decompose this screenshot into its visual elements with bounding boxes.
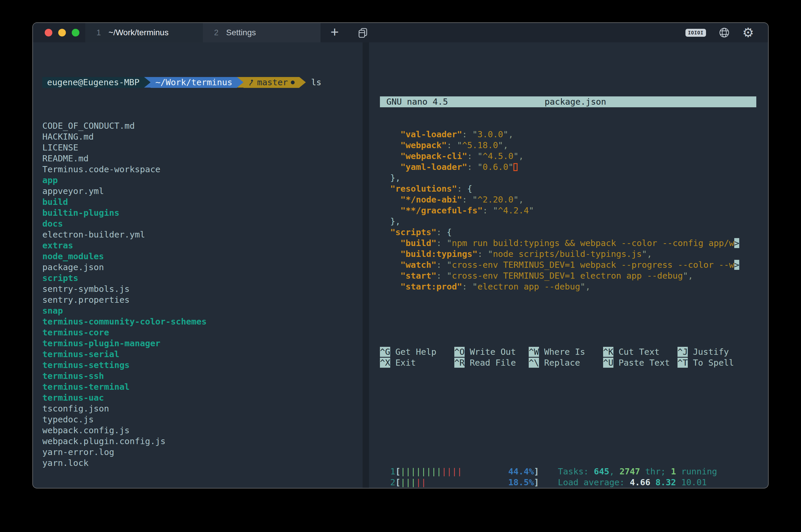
settings-gear-icon[interactable]: ⚙: [743, 26, 754, 39]
nano-line: "**/graceful-fs": "^4.2.4": [380, 205, 756, 216]
nano-shortcut-key: ^X: [380, 358, 390, 368]
nano-shortcut: ^O Write Out: [454, 346, 529, 357]
nano-shortcut-key: ^U: [603, 358, 613, 368]
tab-title: ~/Work/terminus: [109, 28, 168, 37]
htop-meter-line: 1[|||||||||||| 44.4%]: [380, 466, 539, 477]
nano-line: "*/node-abi": "^2.20.0",: [380, 194, 756, 205]
tab-title: Settings: [226, 28, 256, 37]
nano-shortcut: ^K Cut Text: [603, 346, 677, 357]
nano-shortcut-label: Write Out: [465, 347, 516, 357]
nano-shortcut-bar: ^G Get Help^O Write Out^W Where Is^K Cut…: [380, 346, 756, 368]
powerline-arrow: [144, 77, 151, 88]
duplicate-window-icon: [357, 27, 369, 38]
traffic-lights: [33, 23, 85, 42]
nano-line: "yaml-loader": "0.6.0": [380, 162, 756, 173]
nano-line: "watch": "cross-env TERMINUS_DEV=1 webpa…: [380, 260, 756, 270]
ls-entry-directory: docs: [42, 218, 362, 229]
nano-buffer: "val-loader": "3.0.0", "webpack": "^5.18…: [380, 129, 756, 292]
serial-port-icon[interactable]: IOIOI: [686, 29, 706, 37]
new-window-button[interactable]: [349, 23, 377, 42]
nano-line: "build:typings": "node scripts/build-typ…: [380, 249, 756, 260]
git-dirty-dot: [291, 80, 295, 84]
shell-prompt: eugene@Eugenes-MBP ~/Work/terminus maste…: [42, 77, 362, 88]
nano-shortcut-label: Get Help: [390, 347, 436, 357]
nano-shortcut-label: Read File: [465, 358, 516, 368]
terminal-window: 1 ~/Work/terminus 2 Settings + IOIOI: [33, 23, 768, 488]
ls-entry-file: README.md: [42, 153, 362, 164]
nano-line: "webpack": "^5.18.0",: [380, 140, 756, 151]
ls-entry-file: yarn-error.log: [42, 447, 362, 458]
nano-line: },: [380, 173, 756, 184]
ls-entry-file: CODE_OF_CONDUCT.md: [42, 120, 362, 131]
ls-entry-directory: snap: [42, 305, 362, 316]
nano-shortcut: ^U Paste Text: [603, 357, 677, 368]
ls-entry-file: typedoc.js: [42, 414, 362, 425]
htop-view: 1[|||||||||||| 44.4%] 2[||||| 18.5%] 3[|…: [380, 444, 756, 488]
nano-shortcut-label: Exit: [390, 358, 416, 368]
ls-entry-file: electron-builder.yml: [42, 229, 362, 240]
plus-icon: +: [331, 25, 339, 39]
nano-shortcut: ^X Exit: [380, 357, 454, 368]
prompt-path-segment: ~/Work/terminus: [151, 77, 237, 88]
pane-divider[interactable]: [362, 42, 369, 488]
nano-shortcut: ^\ Replace: [529, 357, 603, 368]
minimize-window-button[interactable]: [58, 29, 66, 36]
htop-stats-line: Tasks: 645, 2747 thr; 1 running: [558, 466, 717, 477]
nano-shortcut-label: Justify: [688, 347, 729, 357]
ls-entry-file: webpack.plugin.config.js: [42, 436, 362, 447]
ls-entry-file: tsconfig.json: [42, 403, 362, 414]
git-branch-name: master: [257, 77, 288, 88]
ls-entry-directory: build: [42, 197, 362, 208]
powerline-arrow: [299, 77, 306, 88]
ls-entry-file: Terminus.code-workspace: [42, 164, 362, 175]
tab-index: 2: [214, 28, 219, 37]
split-view: eugene@Eugenes-MBP ~/Work/terminus maste…: [33, 42, 768, 488]
ls-entry-directory: builtin-plugins: [42, 208, 362, 218]
nano-shortcut: ^G Get Help: [380, 346, 454, 357]
nano-line: "start": "cross-env TERMINUS_DEV=1 elect…: [380, 270, 756, 281]
nano-line: "webpack-cli": "^4.5.0",: [380, 151, 756, 162]
tab-bar: 1 ~/Work/terminus 2 Settings + IOIOI: [33, 23, 768, 42]
nano-shortcut-key: ^R: [454, 358, 465, 368]
ls-entry-directory: terminus-plugin-manager: [42, 338, 362, 349]
nano-shortcut-key: ^K: [603, 347, 613, 357]
ls-entry-file: sentry-symbols.js: [42, 284, 362, 294]
nano-shortcut-label: Where Is: [539, 347, 585, 357]
nano-line: },: [380, 216, 756, 227]
ls-entry-directory: terminus-serial: [42, 349, 362, 360]
ls-entry-directory: terminus-uac: [42, 393, 362, 403]
nano-shortcut-key: ^J: [677, 347, 688, 357]
tab-settings[interactable]: 2 Settings: [203, 23, 320, 42]
nano-shortcut-label: Replace: [539, 358, 580, 368]
nano-app-title: GNU nano 4.5: [386, 96, 448, 107]
maximize-window-button[interactable]: [72, 29, 79, 36]
nano-shortcut-key: ^O: [454, 347, 465, 357]
ls-entry-directory: terminus-settings: [42, 360, 362, 370]
nano-shortcut: ^R Read File: [454, 357, 529, 368]
typed-command: ls: [311, 77, 321, 88]
nano-shortcut: ^W Where Is: [529, 346, 603, 357]
tab-index: 1: [96, 28, 101, 37]
terminal-pane-right[interactable]: GNU nano 4.5 package.json "val-loader": …: [369, 42, 768, 488]
ls-entry-file: LICENSE: [42, 142, 362, 153]
terminal-pane-left[interactable]: eugene@Eugenes-MBP ~/Work/terminus maste…: [33, 42, 362, 488]
nano-title-bar: GNU nano 4.5 package.json: [380, 96, 756, 107]
new-tab-button[interactable]: +: [320, 23, 349, 42]
htop-stats: Tasks: 645, 2747 thr; 1 runningLoad aver…: [558, 466, 717, 488]
ls-entry-directory: app: [42, 175, 362, 186]
close-window-button[interactable]: [45, 29, 52, 36]
nano-cursor: [514, 163, 518, 171]
nano-line: "scripts": {: [380, 227, 756, 238]
nano-line: "resolutions": {: [380, 184, 756, 194]
ls-entry-directory: terminus-ssh: [42, 370, 362, 381]
nano-shortcut-label: To Spell: [688, 358, 734, 368]
nano-shortcut-key: ^W: [529, 347, 539, 357]
ls-entry-directory: terminus-community-color-schemes: [42, 316, 362, 327]
nano-blank-line: [380, 314, 756, 325]
htop-header-area: 1[|||||||||||| 44.4%] 2[||||| 18.5%] 3[|…: [380, 466, 756, 488]
tab-work-terminus[interactable]: 1 ~/Work/terminus: [85, 23, 203, 42]
nano-shortcut-key: ^T: [677, 358, 688, 368]
globe-icon[interactable]: [719, 27, 730, 38]
htop-meters: 1[|||||||||||| 44.4%] 2[||||| 18.5%] 3[|…: [380, 466, 539, 488]
ls-entry-directory: terminus-core: [42, 327, 362, 338]
